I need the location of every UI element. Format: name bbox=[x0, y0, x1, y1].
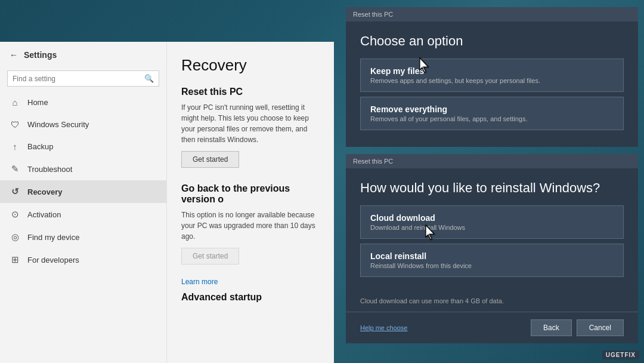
go-back-get-started-button[interactable]: Get started bbox=[181, 248, 239, 264]
sidebar-item-label: Recovery bbox=[27, 187, 63, 196]
search-icon: 🔍 bbox=[144, 74, 154, 83]
dialog-reinstall-title: How would you like to reinstall Windows? bbox=[360, 180, 624, 196]
sidebar-item-recovery[interactable]: ↺ Recovery bbox=[0, 180, 166, 203]
watermark: UGETFIX bbox=[602, 350, 639, 359]
sidebar-item-activation[interactable]: ⊙ Activation bbox=[0, 203, 166, 226]
search-box[interactable]: 🔍 bbox=[7, 70, 159, 87]
local-reinstall-button[interactable]: Local reinstall Reinstall Windows from t… bbox=[360, 244, 624, 277]
activation-icon: ⊙ bbox=[10, 209, 20, 220]
backup-icon: ↑ bbox=[10, 141, 20, 152]
advanced-section-title: Advanced startup bbox=[181, 292, 320, 303]
keep-files-title: Keep my files bbox=[370, 66, 614, 76]
reset-get-started-button[interactable]: Get started bbox=[181, 151, 239, 168]
reset-section-desc: If your PC isn't running well, resetting… bbox=[181, 102, 320, 145]
remove-everything-title: Remove everything bbox=[370, 104, 614, 114]
sidebar-title: Settings bbox=[24, 50, 57, 60]
main-content: Recovery Reset this PC If your PC isn't … bbox=[167, 42, 334, 363]
dialog-choose-titlebar-text: Reset this PC bbox=[353, 11, 393, 18]
home-icon: ⌂ bbox=[10, 97, 20, 107]
learn-more-link[interactable]: Learn more bbox=[181, 278, 320, 286]
sidebar-item-label: Backup bbox=[27, 142, 53, 151]
keep-files-desc: Removes apps and settings, but keeps you… bbox=[370, 77, 614, 84]
sidebar-item-troubleshoot[interactable]: ✎ Troubleshoot bbox=[0, 158, 166, 180]
keep-my-files-button[interactable]: Keep my files Removes apps and settings,… bbox=[360, 59, 624, 92]
sidebar-item-label: For developers bbox=[27, 256, 79, 264]
cloud-download-title: Cloud download bbox=[370, 213, 614, 223]
cloud-download-desc: Download and reinstall Windows bbox=[370, 224, 614, 231]
sidebar-item-home[interactable]: ⌂ Home bbox=[0, 91, 166, 113]
search-input[interactable] bbox=[13, 75, 144, 83]
go-back-section-title: Go back to the previous version o bbox=[181, 183, 320, 205]
local-reinstall-title: Local reinstall bbox=[370, 251, 614, 261]
sidebar-item-find-my-device[interactable]: ◎ Find my device bbox=[0, 226, 166, 248]
sidebar-item-label: Home bbox=[27, 98, 48, 107]
remove-everything-desc: Removes all of your personal files, apps… bbox=[370, 115, 614, 122]
cloud-download-button[interactable]: Cloud download Download and reinstall Wi… bbox=[360, 205, 624, 239]
sidebar-item-label: Troubleshoot bbox=[27, 165, 72, 174]
sidebar-item-label: Activation bbox=[27, 210, 61, 219]
back-button[interactable]: Back bbox=[531, 319, 572, 336]
dialog-reinstall-content: How would you like to reinstall Windows?… bbox=[346, 168, 638, 294]
settings-window: ← Settings 🔍 ⌂ Home 🛡 Windows Security ↑… bbox=[0, 42, 334, 363]
dialog-choose-content: Choose an option Keep my files Removes a… bbox=[346, 21, 638, 147]
go-back-section-desc: This option is no longer available becau… bbox=[181, 210, 320, 242]
sidebar: ← Settings 🔍 ⌂ Home 🛡 Windows Security ↑… bbox=[0, 42, 167, 363]
shield-icon: 🛡 bbox=[10, 119, 20, 130]
troubleshoot-icon: ✎ bbox=[10, 164, 20, 174]
remove-everything-button[interactable]: Remove everything Removes all of your pe… bbox=[360, 97, 624, 130]
reset-section-title: Reset this PC bbox=[181, 87, 320, 97]
dialog-choose-option: Reset this PC Choose an option Keep my f… bbox=[346, 7, 638, 147]
sidebar-header: ← Settings bbox=[0, 42, 166, 68]
sidebar-item-for-developers[interactable]: ⊞ For developers bbox=[0, 248, 166, 271]
cloud-download-note: Cloud download can use more than 4 GB of… bbox=[346, 294, 638, 312]
dialog-choose-titlebar: Reset this PC bbox=[346, 7, 638, 21]
sidebar-item-backup[interactable]: ↑ Backup bbox=[0, 136, 166, 158]
help-me-choose-link[interactable]: Help me choose bbox=[360, 324, 408, 331]
reset-section: Reset this PC If your PC isn't running w… bbox=[181, 87, 320, 177]
local-reinstall-desc: Reinstall Windows from this device bbox=[370, 262, 614, 269]
dialog-reinstall: Reset this PC How would you like to rein… bbox=[346, 154, 638, 343]
dialog-choose-title: Choose an option bbox=[360, 33, 624, 49]
footer-buttons: Back Cancel bbox=[531, 319, 624, 336]
sidebar-item-windows-security[interactable]: 🛡 Windows Security bbox=[0, 113, 166, 136]
go-back-section: Go back to the previous version o This o… bbox=[181, 183, 320, 286]
find-device-icon: ◎ bbox=[10, 232, 20, 242]
sidebar-item-label: Windows Security bbox=[27, 120, 89, 129]
page-title: Recovery bbox=[181, 56, 320, 75]
dialog-footer: Help me choose Back Cancel bbox=[346, 312, 638, 343]
dialog-reinstall-titlebar-text: Reset this PC bbox=[353, 158, 393, 165]
developers-icon: ⊞ bbox=[10, 254, 20, 265]
recovery-icon: ↺ bbox=[10, 186, 20, 197]
back-button[interactable]: ← bbox=[10, 50, 18, 60]
sidebar-item-label: Find my device bbox=[27, 233, 79, 242]
dialog-reinstall-titlebar: Reset this PC bbox=[346, 154, 638, 168]
cancel-button[interactable]: Cancel bbox=[577, 319, 624, 336]
